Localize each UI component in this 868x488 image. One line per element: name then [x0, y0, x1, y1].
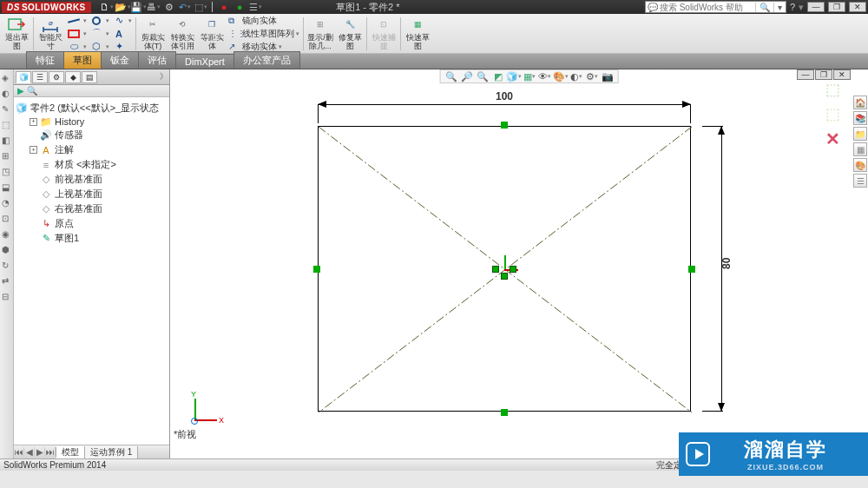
rail-icon[interactable]: ⬓ [2, 182, 12, 193]
tree-item[interactable]: +A注解 [16, 142, 168, 157]
model-tab[interactable]: 模型 [56, 446, 85, 458]
scroll-prev[interactable]: ◀ [24, 447, 35, 457]
relation-handle[interactable] [501, 409, 508, 416]
new-icon[interactable]: 🗋 [101, 1, 113, 13]
prev-view-icon[interactable]: 🔍 [476, 70, 490, 82]
rail-icon[interactable]: ◐ [2, 89, 12, 99]
rail-icon[interactable]: ⬚ [2, 120, 12, 130]
rapid-sketch-button[interactable]: ▦快速草 图 [404, 16, 431, 51]
feature-tree[interactable]: 🧊零件2 (默认<<默认>_显示状态 +📁History 🔊传感器 +A注解 ≡… [14, 97, 169, 445]
view-palette-tab[interactable]: ▦ [853, 142, 867, 156]
doc-minimize[interactable]: — [797, 69, 814, 80]
doc-close[interactable]: ✕ [833, 69, 851, 80]
tree-item-active[interactable]: ✎草图1 [16, 231, 168, 246]
design-library-tab[interactable]: 📚 [853, 111, 867, 125]
rail-icon[interactable]: ◉ [2, 229, 12, 240]
rail-icon[interactable]: ◳ [2, 167, 12, 177]
scroll-first[interactable]: ⏮ [14, 447, 24, 457]
tree-item[interactable]: ↳原点 [16, 216, 168, 231]
rail-icon[interactable]: ⊞ [2, 151, 12, 162]
settings-icon[interactable]: ⚙ [163, 1, 175, 13]
mirror-button[interactable]: ⧉镜向实体 [228, 15, 299, 27]
rail-icon[interactable]: ✎ [2, 104, 12, 115]
options-icon[interactable]: ☰ [249, 1, 261, 13]
text-tool[interactable]: A [112, 28, 126, 40]
print-icon[interactable]: 🖶 [148, 1, 160, 13]
zoom-fit-icon[interactable]: 🔍 [444, 70, 458, 82]
feature-tree-tab[interactable]: 🧊 [16, 71, 31, 83]
appearances-tab[interactable]: 🎨 [853, 158, 867, 172]
help-search[interactable]: 💬 🔍 ▾ [645, 1, 786, 13]
smart-dimension-button[interactable]: ⌀ 智能尺 寸 [37, 16, 63, 51]
panel-expand[interactable]: 》 [160, 71, 168, 82]
file-explorer-tab[interactable]: 📁 [853, 127, 867, 141]
close-button[interactable]: ✕ [849, 2, 866, 12]
settings-icon[interactable]: ⚙ [585, 70, 599, 82]
doc-restore[interactable]: ❐ [815, 69, 832, 80]
rebuild-green-icon[interactable]: ● [233, 1, 246, 13]
tree-item[interactable]: +📁History [16, 115, 168, 128]
hide-show-icon[interactable]: 👁 [538, 70, 552, 82]
convert-button[interactable]: ⟲转换实 体引用 [169, 16, 195, 51]
relation-handle[interactable] [501, 122, 508, 129]
tab-evaluate[interactable]: 评估 [138, 51, 176, 69]
tab-office[interactable]: 办公室产品 [233, 51, 300, 69]
motion-study-tab[interactable]: 运动算例 1 [85, 446, 138, 458]
tree-item[interactable]: ≡材质 <未指定> [16, 157, 168, 172]
spline-tool[interactable]: ∿ [112, 15, 126, 27]
ok-icon[interactable]: ⬚ [823, 80, 842, 99]
rail-icon[interactable]: ◧ [2, 135, 12, 146]
search-icon[interactable]: 🔍 [755, 3, 773, 12]
relation-handle[interactable] [688, 266, 695, 273]
arc-tool[interactable]: ⌒ [89, 28, 103, 40]
circle-tool[interactable] [89, 15, 103, 27]
property-tab[interactable]: ☰ [32, 71, 48, 83]
tree-item[interactable]: 🔊传感器 [16, 128, 168, 142]
rectangle[interactable] [318, 126, 691, 412]
scene-icon[interactable]: 🎨 [554, 70, 568, 82]
tree-item[interactable]: ◇上视基准面 [16, 187, 168, 201]
rail-icon[interactable]: ↻ [2, 260, 12, 271]
orientation-icon[interactable]: 🧊 [507, 70, 521, 82]
search-input[interactable] [660, 2, 755, 12]
help-icon[interactable]: ? [790, 2, 795, 12]
rebuild-red-icon[interactable]: ● [218, 1, 230, 13]
tree-item[interactable]: ◇前视基准面 [16, 172, 168, 187]
open-icon[interactable]: 📂 [116, 1, 128, 13]
rail-icon[interactable]: ⇄ [2, 276, 12, 287]
undo-icon[interactable]: ↶ [179, 1, 191, 13]
tree-item[interactable]: ◇右视基准面 [16, 201, 168, 216]
display-delete-button[interactable]: ⊞显示/删 除几... [307, 16, 333, 51]
tab-sheetmetal[interactable]: 钣金 [101, 51, 139, 69]
view-triad[interactable]: YX [187, 393, 222, 428]
scroll-next[interactable]: ▶ [35, 447, 45, 457]
cancel-icon[interactable]: ✕ [825, 129, 840, 149]
search-dropdown[interactable]: ▾ [773, 3, 786, 12]
rail-icon[interactable]: ◈ [2, 73, 12, 83]
config-tab[interactable]: ⚙ [49, 71, 64, 83]
graphics-area[interactable]: 🔍 🔎 🔍 ◩ 🧊 ▦ 👁 🎨 ◐ ⚙ 📷 — ❐ ✕ ⬚ ⬚ ✕ [170, 69, 852, 458]
rectangle-tool[interactable] [67, 28, 81, 40]
linear-pattern-button[interactable]: ⋮⋮线性草图阵列▾ [228, 28, 299, 40]
tab-features[interactable]: 特征 [26, 51, 64, 69]
line-tool[interactable] [67, 15, 81, 27]
tab-dimxpert[interactable]: DimXpert [175, 54, 234, 69]
rail-icon[interactable]: ⬢ [2, 245, 12, 255]
rail-icon[interactable]: ◔ [2, 198, 12, 208]
rail-icon[interactable]: ⊟ [2, 292, 12, 302]
save-icon[interactable]: 💾 [132, 1, 144, 13]
maximize-button[interactable]: ❐ [828, 2, 845, 12]
render-icon[interactable]: 📷 [601, 70, 615, 82]
exit-sketch-button[interactable]: 退出草 图 [3, 16, 30, 51]
custom-props-tab[interactable]: ☰ [853, 174, 867, 188]
relation-handle[interactable] [313, 266, 320, 273]
dim-tab[interactable]: ◆ [65, 71, 81, 83]
ok-icon-2[interactable]: ⬚ [823, 104, 842, 123]
tree-root[interactable]: 🧊零件2 (默认<<默认>_显示状态 [16, 101, 168, 115]
rail-icon[interactable]: ⊡ [2, 214, 12, 224]
trim-button[interactable]: ✂剪裁实 体(T) [140, 16, 166, 51]
display-style-icon[interactable]: ▦ [523, 70, 536, 82]
zoom-area-icon[interactable]: 🔎 [460, 70, 474, 82]
display-tab[interactable]: ▤ [82, 71, 97, 83]
appearance-icon[interactable]: ◐ [569, 70, 583, 82]
